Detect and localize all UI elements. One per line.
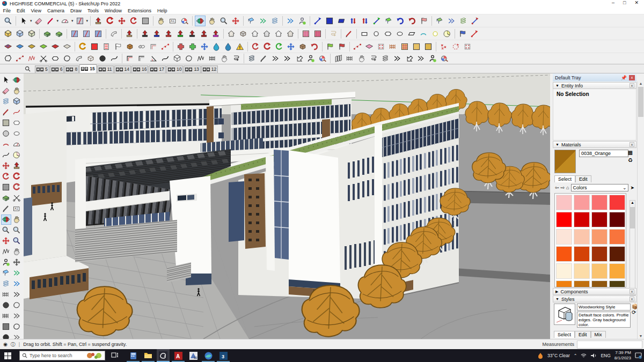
svg-text:3: 3 (222, 353, 224, 359)
svg-text:A1: A1 (171, 19, 174, 23)
svg-text:A: A (176, 353, 180, 359)
svg-text:7: 7 (640, 356, 641, 359)
svg-text:12: 12 (194, 356, 197, 359)
svg-text:A1: A1 (14, 207, 18, 210)
